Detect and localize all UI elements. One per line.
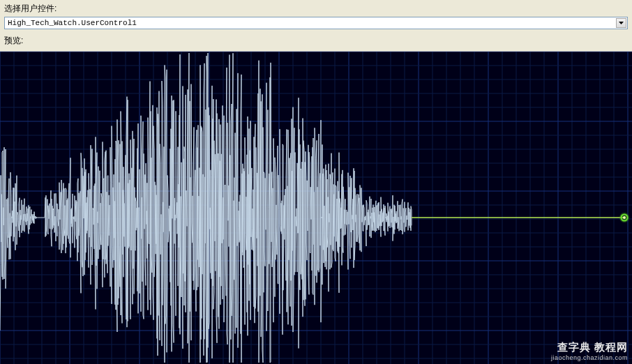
waveform-preview: 查字典 教程网 jiaocheng.chazidian.com xyxy=(0,52,632,364)
user-control-value: High_Tech_Watch.UserControl1 xyxy=(8,19,137,27)
chevron-down-icon[interactable] xyxy=(616,18,626,28)
select-user-control-label: 选择用户控件: xyxy=(4,3,628,15)
header-panel: 选择用户控件: High_Tech_Watch.UserControl1 预览: xyxy=(0,0,632,52)
preview-label: 预览: xyxy=(4,35,628,47)
waveform-trace xyxy=(0,53,412,363)
user-control-combobox[interactable]: High_Tech_Watch.UserControl1 xyxy=(4,17,628,29)
svg-point-71 xyxy=(623,216,626,219)
cursor-dot xyxy=(619,213,629,222)
waveform-canvas xyxy=(0,52,632,364)
